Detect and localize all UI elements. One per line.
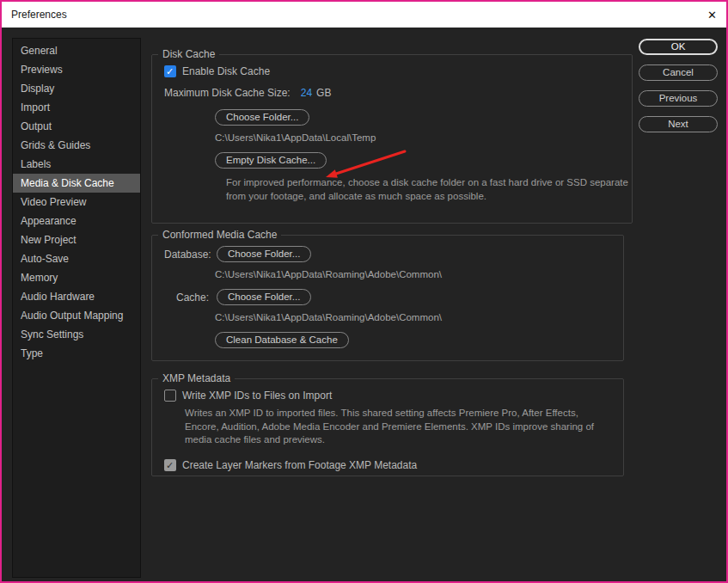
sidebar-item-output[interactable]: Output: [13, 117, 140, 136]
previous-button[interactable]: Previous: [639, 90, 718, 107]
sidebar-item-type[interactable]: Type: [13, 344, 140, 363]
create-layer-markers-label: Create Layer Markers from Footage XMP Me…: [182, 459, 417, 471]
next-button[interactable]: Next: [639, 116, 718, 132]
sidebar-item-previews[interactable]: Previews: [13, 60, 140, 79]
database-label: Database:: [164, 249, 209, 261]
write-xmp-ids-checkbox[interactable]: [164, 390, 176, 402]
max-disk-cache-size-label: Maximum Disk Cache Size:: [164, 87, 291, 99]
dialog-body: General Previews Display Import Output G…: [2, 28, 726, 581]
clean-database-cache-button[interactable]: Clean Database & Cache: [215, 332, 349, 348]
conformed-media-cache-group: Conformed Media Cache Database: Choose F…: [151, 229, 624, 361]
write-xmp-ids-description: Writes an XMP ID to imported files. This…: [185, 407, 615, 447]
xmp-metadata-group-title: XMP Metadata: [158, 372, 235, 384]
max-disk-cache-size-value[interactable]: 24: [301, 87, 312, 99]
database-choose-folder-button[interactable]: Choose Folder...: [217, 246, 311, 262]
cache-choose-folder-button[interactable]: Choose Folder...: [217, 289, 311, 305]
sidebar-item-new-project[interactable]: New Project: [13, 230, 140, 249]
cache-path: C:\Users\Nika1\AppData\Roaming\Adobe\Com…: [215, 312, 623, 322]
sidebar-item-audio-hardware[interactable]: Audio Hardware: [13, 287, 140, 306]
window-title: Preferences: [11, 9, 67, 21]
write-xmp-ids-label: Write XMP IDs to Files on Import: [182, 390, 332, 402]
xmp-metadata-group: XMP Metadata Write XMP IDs to Files on I…: [151, 372, 624, 476]
ok-button[interactable]: OK: [639, 39, 718, 55]
empty-disk-cache-button[interactable]: Empty Disk Cache...: [215, 152, 327, 169]
cancel-button[interactable]: Cancel: [639, 64, 718, 81]
sidebar: General Previews Display Import Output G…: [12, 38, 141, 578]
max-disk-cache-size-unit: GB: [316, 87, 331, 99]
database-path: C:\Users\Nika1\AppData\Roaming\Adobe\Com…: [215, 269, 623, 279]
disk-cache-description: For improved performance, choose a disk …: [226, 176, 632, 203]
create-layer-markers-checkbox[interactable]: [164, 459, 176, 471]
enable-disk-cache-checkbox[interactable]: [164, 65, 176, 77]
disk-cache-group-title: Disk Cache: [158, 48, 219, 60]
disk-cache-path: C:\Users\Nika1\AppData\Local\Temp: [215, 132, 632, 143]
enable-disk-cache-label: Enable Disk Cache: [182, 65, 270, 77]
sidebar-item-grids-guides[interactable]: Grids & Guides: [13, 136, 140, 155]
sidebar-item-general[interactable]: General: [13, 41, 140, 60]
sidebar-item-memory[interactable]: Memory: [13, 268, 140, 287]
sidebar-item-sync-settings[interactable]: Sync Settings: [13, 325, 140, 344]
title-bar: Preferences ✕: [2, 2, 726, 28]
sidebar-item-media-disk-cache[interactable]: Media & Disk Cache: [13, 174, 140, 193]
sidebar-item-labels[interactable]: Labels: [13, 155, 140, 174]
sidebar-item-appearance[interactable]: Appearance: [13, 212, 140, 230]
cache-label: Cache:: [164, 292, 209, 304]
sidebar-item-auto-save[interactable]: Auto-Save: [13, 249, 140, 268]
sidebar-item-import[interactable]: Import: [13, 98, 140, 117]
disk-cache-group: Disk Cache Enable Disk Cache Maximum Dis…: [151, 48, 633, 224]
close-icon[interactable]: ✕: [707, 9, 717, 21]
sidebar-item-video-preview[interactable]: Video Preview: [13, 193, 140, 212]
sidebar-item-audio-output-mapping[interactable]: Audio Output Mapping: [13, 306, 140, 325]
conformed-media-cache-group-title: Conformed Media Cache: [158, 229, 281, 241]
preferences-window: Preferences ✕ General Previews Display I…: [0, 0, 728, 583]
disk-cache-choose-folder-button[interactable]: Choose Folder...: [215, 109, 309, 126]
sidebar-item-display[interactable]: Display: [13, 79, 140, 98]
